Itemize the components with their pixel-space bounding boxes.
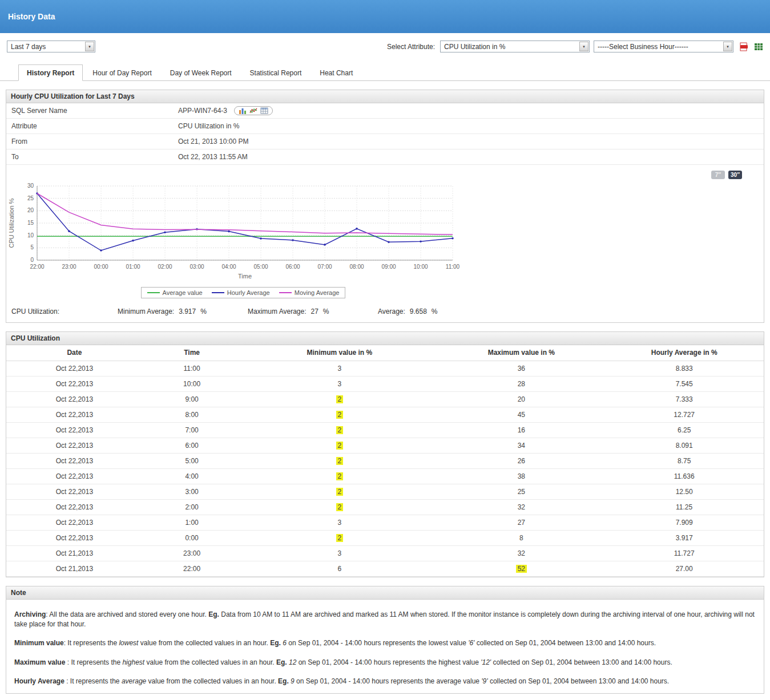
legend-swatch xyxy=(147,292,160,293)
legend-item: Hourly Average xyxy=(212,289,270,296)
report-panel-title: Hourly CPU Utilization for Last 7 Days xyxy=(6,90,764,103)
cell-min: 2 xyxy=(241,391,438,407)
line-chart-icon[interactable] xyxy=(249,107,257,114)
cell-date: Oct 22,2013 xyxy=(6,453,143,468)
svg-text:Time: Time xyxy=(238,273,252,280)
field-label: From xyxy=(11,137,178,145)
cell-min: 3 xyxy=(241,361,438,376)
table-row: Oct 22,20137:002166.25 xyxy=(6,422,764,438)
cell-date: Oct 22,2013 xyxy=(6,438,143,453)
svg-text:00:00: 00:00 xyxy=(94,264,108,270)
tab-statistical-report[interactable]: Statistical Report xyxy=(241,64,311,81)
period-select[interactable]: Last 7 days ▼ xyxy=(7,41,95,52)
cell-avg: 8.833 xyxy=(604,361,764,376)
pdf-export-icon[interactable] xyxy=(739,42,748,51)
cell-max: 38 xyxy=(438,468,604,484)
legend-item: Moving Average xyxy=(279,289,340,296)
cell-time: 4:00 xyxy=(143,468,241,484)
svg-text:0: 0 xyxy=(30,257,34,263)
attribute-select[interactable]: CPU Utilization in % ▼ xyxy=(440,41,590,52)
table-row: Oct 22,20135:002268.75 xyxy=(6,453,764,468)
cell-min: 6 xyxy=(241,561,438,576)
highlighted-value: 2 xyxy=(336,457,344,465)
field-value: Oct 22, 2013 11:55 AM xyxy=(178,153,248,161)
cell-time: 22:00 xyxy=(143,561,241,576)
cell-avg: 7.909 xyxy=(604,515,764,530)
summary-label: CPU Utilization: xyxy=(11,307,118,315)
field-row-to: To Oct 22, 2013 11:55 AM xyxy=(6,149,764,165)
field-value: APP-WIN7-64-3 xyxy=(178,107,227,115)
table-row: Oct 21,201322:0065227.00 xyxy=(6,561,764,576)
cell-date: Oct 22,2013 xyxy=(6,376,143,391)
chart-period-buttons: 7″ 30″ xyxy=(6,165,764,179)
chart-period-7-button[interactable]: 7″ xyxy=(711,171,725,179)
cell-avg: 6.25 xyxy=(604,422,764,438)
cell-time: 6:00 xyxy=(143,438,241,453)
table-row: Oct 22,20136:002348.091 xyxy=(6,438,764,453)
highlighted-value: 2 xyxy=(336,488,344,496)
chevron-down-icon[interactable]: ▼ xyxy=(85,42,94,51)
col-max-value: Maximum value in % xyxy=(438,345,604,361)
table-row: Oct 22,20133:0022512.50 xyxy=(6,484,764,499)
cell-max: 34 xyxy=(438,438,604,453)
chevron-down-icon[interactable]: ▼ xyxy=(579,42,588,51)
table-row: Oct 22,201310:003287.545 xyxy=(6,376,764,391)
cell-min: 2 xyxy=(241,484,438,499)
tab-bar: History Report Hour of Day Report Day of… xyxy=(0,64,770,81)
tab-history-report[interactable]: History Report xyxy=(18,64,83,81)
legend-label: Moving Average xyxy=(295,289,340,296)
legend-label: Average value xyxy=(163,289,203,296)
note-title: Note xyxy=(6,586,764,600)
cell-min: 3 xyxy=(241,515,438,530)
field-value: CPU Utilization in % xyxy=(178,122,239,130)
cell-time: 2:00 xyxy=(143,499,241,515)
cpu-table-panel: CPU Utilization Date Time Minimum value … xyxy=(6,331,764,577)
cell-min: 2 xyxy=(241,438,438,453)
history-chart: 05101520253022:0023:0000:0001:0002:0003:… xyxy=(6,180,480,283)
svg-text:5: 5 xyxy=(30,244,34,250)
chart-view-toggle-group[interactable] xyxy=(234,106,273,115)
bar-chart-icon[interactable] xyxy=(239,107,247,114)
svg-text:11:00: 11:00 xyxy=(446,264,460,270)
table-row: Oct 22,20131:003277.909 xyxy=(6,515,764,530)
col-time: Time xyxy=(143,345,241,361)
page-title: History Data xyxy=(8,12,55,21)
cell-date: Oct 22,2013 xyxy=(6,468,143,484)
cell-avg: 7.545 xyxy=(604,376,764,391)
cell-avg: 12.727 xyxy=(604,407,764,422)
chevron-down-icon[interactable]: ▼ xyxy=(723,42,732,51)
svg-text:05:00: 05:00 xyxy=(253,264,268,270)
tab-day-of-week-report[interactable]: Day of Week Report xyxy=(162,64,240,81)
cell-max: 8 xyxy=(438,530,604,545)
cell-date: Oct 22,2013 xyxy=(6,391,143,407)
cell-min: 2 xyxy=(241,453,438,468)
field-row-attribute: Attribute CPU Utilization in % xyxy=(6,119,764,134)
highlighted-value: 2 xyxy=(336,503,344,511)
field-label: SQL Server Name xyxy=(11,107,178,115)
tab-heat-chart[interactable]: Heat Chart xyxy=(311,64,361,81)
note-paragraph: Maximum value : It represents the highes… xyxy=(14,658,756,667)
summary-avg: Average:9.658% xyxy=(378,307,508,315)
cell-time: 10:00 xyxy=(143,376,241,391)
cell-date: Oct 21,2013 xyxy=(6,561,143,576)
note-paragraph: Hourly Average : It represents the avera… xyxy=(14,677,756,686)
cell-time: 8:00 xyxy=(143,407,241,422)
tab-hour-of-day-report[interactable]: Hour of Day Report xyxy=(84,64,160,81)
table-row: Oct 22,201311:003368.833 xyxy=(6,361,764,376)
cell-time: 11:00 xyxy=(143,361,241,376)
table-row: Oct 21,201323:0033211.727 xyxy=(6,545,764,561)
svg-text:22:00: 22:00 xyxy=(30,264,44,270)
legend-swatch xyxy=(279,292,292,293)
select-attribute-label: Select Attribute: xyxy=(387,43,435,51)
cell-max: 52 xyxy=(438,561,604,576)
csv-export-icon[interactable] xyxy=(754,42,763,51)
svg-text:08:00: 08:00 xyxy=(349,264,364,270)
data-table-icon[interactable] xyxy=(260,107,268,114)
cell-max: 45 xyxy=(438,407,604,422)
chart-period-30-button[interactable]: 30″ xyxy=(728,171,742,179)
note-body: Archiving: All the data are archived and… xyxy=(6,600,764,694)
business-hour-select[interactable]: -----Select Business Hour------ ▼ xyxy=(594,41,733,52)
field-row-from: From Oct 21, 2013 10:00 PM xyxy=(6,134,764,149)
cell-min: 2 xyxy=(241,530,438,545)
cell-date: Oct 22,2013 xyxy=(6,484,143,499)
